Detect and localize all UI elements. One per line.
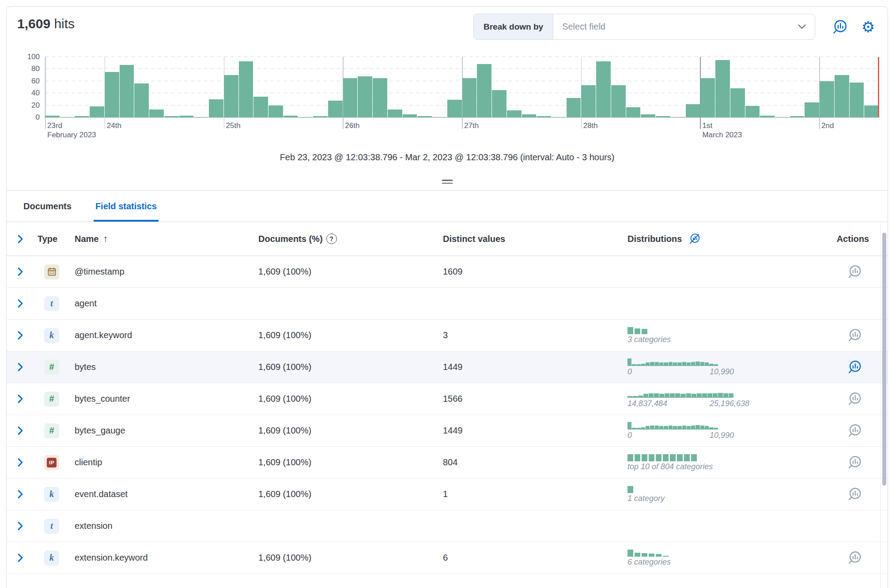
row-expand-chevron-icon[interactable] — [17, 267, 23, 276]
histogram-bar[interactable] — [790, 116, 805, 117]
histogram-bar[interactable] — [343, 78, 358, 117]
histogram-bar[interactable] — [552, 117, 566, 117]
histogram-bar[interactable] — [626, 107, 641, 117]
histogram-bar[interactable] — [567, 98, 581, 117]
histogram-bar[interactable] — [239, 61, 253, 117]
expand-all-chevron-icon[interactable] — [17, 234, 23, 244]
histogram-bar[interactable] — [596, 61, 611, 117]
help-icon[interactable]: ? — [326, 234, 337, 244]
histogram-bar[interactable] — [298, 117, 313, 117]
histogram-bar[interactable] — [432, 117, 447, 117]
histogram-bar[interactable] — [745, 106, 760, 117]
histogram-bar[interactable] — [447, 100, 462, 117]
histogram-bar[interactable] — [268, 106, 283, 117]
histogram-bar[interactable] — [715, 60, 730, 117]
column-header-name[interactable]: Name ↑ — [70, 222, 252, 256]
histogram-bar[interactable] — [537, 116, 551, 117]
expand-cell — [7, 320, 33, 351]
histogram-bar[interactable] — [358, 76, 372, 117]
row-expand-chevron-icon[interactable] — [17, 490, 23, 499]
distribution-label: 1 category — [627, 494, 665, 503]
histogram-preview-bar — [669, 426, 673, 429]
histogram-bar[interactable] — [417, 116, 432, 117]
scrollbar-thumb[interactable] — [882, 233, 886, 486]
histogram-bar[interactable] — [224, 75, 238, 117]
gear-icon[interactable]: ⚙ — [859, 18, 877, 36]
histogram-bar[interactable] — [671, 117, 685, 117]
row-expand-chevron-icon[interactable] — [17, 362, 23, 372]
field-statistics-action-button[interactable] — [847, 391, 863, 407]
histogram-bar[interactable] — [775, 117, 790, 117]
histogram-bar[interactable] — [820, 81, 834, 117]
histogram-bar[interactable] — [60, 117, 75, 117]
histogram-bar[interactable] — [492, 90, 506, 117]
histogram-bar[interactable] — [75, 116, 89, 117]
histogram-bar[interactable] — [403, 114, 417, 117]
row-expand-chevron-icon[interactable] — [17, 331, 23, 340]
breakdown-field-select[interactable]: Select field — [553, 14, 815, 39]
histogram-bar[interactable] — [90, 106, 104, 117]
row-expand-chevron-icon[interactable] — [17, 458, 23, 467]
histogram-bar[interactable] — [850, 83, 864, 117]
histogram-preview-bar — [637, 364, 641, 365]
histogram-bar[interactable] — [194, 117, 208, 117]
histogram-bar[interactable] — [656, 116, 670, 117]
category-bar — [677, 454, 683, 461]
histogram-bar[interactable] — [686, 104, 700, 117]
histogram-bar[interactable] — [507, 110, 522, 117]
field-name: extension — [70, 510, 252, 542]
histogram-preview-bar — [705, 426, 709, 429]
histogram-bar[interactable] — [864, 106, 879, 117]
histogram-bar[interactable] — [700, 78, 715, 117]
histogram-bar[interactable] — [209, 99, 223, 117]
histogram-bar[interactable] — [388, 109, 402, 117]
row-expand-chevron-icon[interactable] — [17, 394, 23, 403]
histogram-bar[interactable] — [134, 83, 149, 117]
histogram-bar[interactable] — [835, 75, 849, 117]
field-statistics-action-button[interactable] — [847, 359, 863, 375]
x-axis-label: 1stMarch 2023 — [702, 121, 742, 140]
histogram-preview-bar — [627, 358, 631, 365]
row-expand-chevron-icon[interactable] — [17, 521, 23, 531]
field-statistics-toggle-icon[interactable] — [831, 18, 849, 36]
tab-documents[interactable]: Documents — [22, 191, 73, 222]
distribution-cell: 14,837,48425,196,638 — [623, 383, 826, 415]
field-statistics-action-button[interactable] — [847, 327, 863, 343]
histogram-bar[interactable] — [611, 85, 626, 117]
row-expand-chevron-icon[interactable] — [17, 426, 23, 435]
histogram-bar[interactable] — [522, 114, 537, 117]
histogram-preview-bar — [641, 427, 645, 429]
tab-field-statistics[interactable]: Field statistics — [94, 191, 159, 222]
panel-resize-handle[interactable] — [440, 178, 454, 185]
field-statistics-action-button[interactable] — [847, 422, 863, 439]
histogram-bar[interactable] — [283, 116, 298, 117]
histogram-bar[interactable] — [313, 116, 328, 117]
histogram-bar[interactable] — [641, 114, 655, 117]
field-statistics-action-button[interactable] — [847, 486, 863, 502]
row-expand-chevron-icon[interactable] — [17, 299, 23, 308]
histogram-bar[interactable] — [462, 78, 477, 117]
histogram-bar[interactable] — [760, 116, 775, 117]
histogram-bar[interactable] — [253, 97, 268, 117]
field-statistics-action-button[interactable] — [847, 550, 863, 566]
histogram-bar[interactable] — [120, 65, 134, 117]
histogram-bar[interactable] — [179, 116, 194, 117]
distributions-toggle-icon[interactable] — [688, 232, 701, 245]
field-statistics-action-button[interactable] — [847, 454, 863, 471]
histogram-bar[interactable] — [45, 116, 60, 117]
row-expand-chevron-icon[interactable] — [17, 553, 23, 562]
histogram-bar[interactable] — [373, 78, 387, 117]
histogram-bar[interactable] — [149, 109, 164, 117]
histogram-bar[interactable] — [477, 64, 491, 117]
histogram-bar[interactable] — [105, 72, 119, 117]
hits-label: hits — [54, 16, 75, 31]
histogram-bar[interactable] — [581, 85, 596, 117]
field-statistics-action-button[interactable] — [847, 264, 863, 280]
histogram-bar[interactable] — [805, 102, 819, 117]
table-row: tagent — [7, 288, 888, 320]
histogram-bar[interactable] — [164, 116, 179, 117]
histogram-bar[interactable] — [730, 88, 745, 117]
expand-cell — [7, 288, 33, 319]
table-row: #bytes1,609 (100%)1449010,990 — [7, 351, 888, 383]
histogram-bar[interactable] — [328, 101, 343, 117]
